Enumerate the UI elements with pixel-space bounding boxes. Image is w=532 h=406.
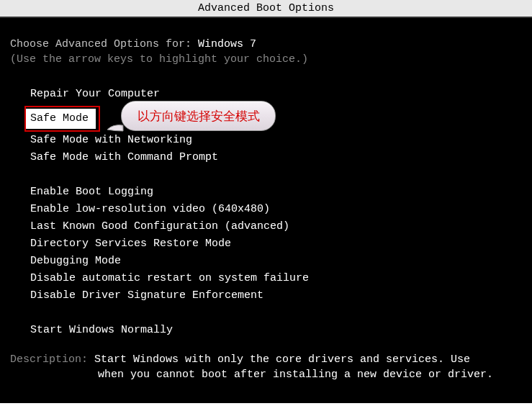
annotation-highlight-box: Safe Mode	[24, 106, 100, 132]
description-block: Description: Start Windows with only the…	[10, 353, 522, 381]
description-line2: when you cannot boot after installing a …	[10, 369, 522, 381]
option-repair[interactable]: Repair Your Computer	[30, 86, 522, 103]
option-group-safe-modes: Safe Mode Safe Mode with Networking Safe…	[10, 106, 522, 166]
option-debugging[interactable]: Debugging Mode	[30, 253, 522, 270]
option-safe-mode-networking[interactable]: Safe Mode with Networking	[30, 132, 522, 149]
option-start-normally[interactable]: Start Windows Normally	[30, 322, 522, 339]
keyboard-hint: (Use the arrow keys to highlight your ch…	[10, 53, 522, 66]
header-line: Choose Advanced Options for: Windows 7	[10, 38, 522, 50]
description-label: Description:	[10, 353, 94, 366]
option-last-known-good[interactable]: Last Known Good Configuration (advanced)	[30, 218, 522, 235]
window-title: Advanced Boot Options	[198, 2, 334, 14]
os-name: Windows 7	[198, 38, 256, 50]
option-ds-restore[interactable]: Directory Services Restore Mode	[30, 235, 522, 253]
bottom-border	[0, 403, 532, 406]
option-disable-driver-sig[interactable]: Disable Driver Signature Enforcement	[30, 287, 522, 304]
option-low-res[interactable]: Enable low-resolution video (640x480)	[30, 201, 522, 218]
option-safe-mode[interactable]: Safe Mode	[26, 109, 96, 129]
option-group-advanced: Enable Boot Logging Enable low-resolutio…	[10, 184, 522, 304]
header-prefix: Choose Advanced Options for:	[10, 38, 198, 50]
boot-options-screen: Choose Advanced Options for: Windows 7 (…	[0, 18, 532, 381]
option-safe-mode-cmd[interactable]: Safe Mode with Command Prompt	[30, 149, 522, 166]
option-disable-auto-restart[interactable]: Disable automatic restart on system fail…	[30, 270, 522, 287]
option-group-repair: Repair Your Computer	[10, 86, 522, 103]
description-line1: Start Windows with only the core drivers…	[94, 353, 470, 366]
title-bar: Advanced Boot Options	[0, 0, 532, 18]
option-boot-logging[interactable]: Enable Boot Logging	[30, 184, 522, 201]
option-group-normal: Start Windows Normally	[10, 322, 522, 339]
